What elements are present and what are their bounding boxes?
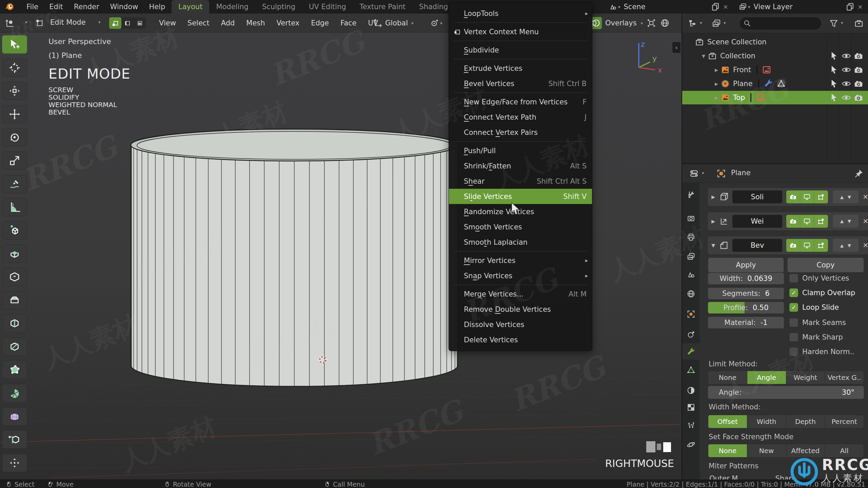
checkbox-checked-icon[interactable]: ✓ (789, 303, 798, 312)
face-strength-option-new[interactable]: New (747, 444, 786, 457)
menu-item-slide-vertices[interactable]: Slide VerticesShift V (449, 189, 592, 204)
edge-select-mode[interactable] (121, 17, 134, 29)
realtime-toggle-icon[interactable] (800, 215, 814, 228)
face-select-mode[interactable] (134, 17, 146, 29)
menu-item-extrude-vertices[interactable]: Extrude Vertices (449, 61, 592, 76)
checkbox-checked-icon[interactable]: ✓ (789, 288, 798, 297)
new-collection-icon[interactable] (854, 18, 864, 28)
tool-edge-slide[interactable] (2, 430, 27, 449)
field-material[interactable]: Material:-1 (708, 317, 784, 328)
menu-item-looptools[interactable]: LoopTools▸ (449, 6, 592, 21)
modifier-row-bev[interactable]: ▼Bev▲▼✕ (707, 236, 868, 255)
view-layer-name[interactable]: View Layer (754, 3, 842, 11)
workspace-tab-texture-paint[interactable]: Texture Paint (353, 0, 413, 14)
checkbox-unchecked-icon[interactable] (789, 347, 798, 356)
pointer-toggle-icon[interactable] (829, 79, 839, 89)
menu-item-shear[interactable]: ShearShift Ctrl Alt S (449, 174, 592, 189)
tool-extrude-region[interactable] (2, 244, 27, 263)
tool-scale[interactable] (2, 151, 27, 170)
pin-icon[interactable] (854, 168, 864, 179)
modifier-move-buttons[interactable]: ▲▼ (833, 190, 859, 203)
width-method-option-depth[interactable]: Depth (786, 415, 825, 428)
camera-toggle-icon[interactable] (853, 79, 864, 89)
eye-toggle-icon[interactable] (841, 51, 851, 61)
tool-bevel[interactable] (2, 291, 27, 309)
viewport-menu-add[interactable]: Add (215, 19, 241, 27)
camera-toggle-icon[interactable] (853, 51, 864, 61)
apply-button[interactable]: Apply (708, 258, 784, 272)
outliner-row-scene-collection[interactable]: Scene Collection (682, 35, 868, 49)
close-scene-icon[interactable]: ✕ (721, 2, 731, 11)
region-collapse-arrow[interactable]: ‹ (672, 42, 680, 53)
viewport-menu-edge[interactable]: Edge (305, 19, 335, 27)
tool-measure[interactable] (2, 198, 27, 216)
limit-method-option-none[interactable]: None (708, 371, 747, 384)
menu-item-dissolve-vertices[interactable]: Dissolve Vertices (449, 317, 592, 332)
outliner-row-top[interactable]: ▶Top (682, 91, 868, 104)
modifier-delete-icon[interactable]: ✕ (863, 217, 868, 225)
overlays-dropdown[interactable]: Overlays (605, 19, 637, 27)
tool-rotate[interactable] (2, 128, 27, 146)
breadcrumb[interactable]: Plane (731, 169, 751, 177)
tool-smooth[interactable] (2, 407, 27, 426)
disclosure-closed-icon[interactable]: ▶ (713, 81, 720, 86)
limit-method-option-weight[interactable]: Weight (786, 371, 825, 384)
properties-tab-view-layer[interactable] (682, 248, 700, 265)
pointer-toggle-icon[interactable] (829, 65, 839, 75)
tool-spin[interactable] (2, 384, 27, 402)
tool-inset-faces[interactable] (2, 268, 27, 286)
shading-globe-icon[interactable] (660, 18, 670, 28)
modifier-row-wei[interactable]: ▶Wei▲▼✕ (707, 212, 868, 231)
editor-type-icon[interactable] (5, 18, 15, 28)
disclosure-closed-icon[interactable]: ▶ (713, 95, 720, 100)
properties-tab-scene[interactable] (682, 266, 700, 283)
menu-item-smooth-vertices[interactable]: Smooth Vertices (449, 219, 592, 235)
properties-tab-world[interactable] (682, 286, 700, 302)
menu-item-snap-vertices[interactable]: Snap Vertices▸ (449, 268, 592, 283)
viewport-menu-face[interactable]: Face (335, 19, 362, 27)
miter-option[interactable]: Outer M (709, 474, 738, 480)
menu-item-shrink-fatten[interactable]: Shrink/FattenAlt S (449, 158, 592, 174)
tool-knife[interactable] (2, 338, 27, 356)
limit-method-option-vertexg[interactable]: Vertex G.. (825, 371, 864, 384)
camera-toggle-icon[interactable] (853, 65, 864, 75)
disclosure-open-icon[interactable]: ▼ (700, 54, 707, 59)
menu-render[interactable]: Render (68, 3, 105, 11)
face-strength-option-none[interactable]: None (708, 444, 747, 457)
properties-tab-physics[interactable] (682, 436, 700, 453)
editmode-toggle-icon[interactable] (814, 215, 828, 228)
workspace-tab-sculpting[interactable]: Sculpting (255, 0, 302, 14)
checkbox-unchecked-icon[interactable] (789, 318, 798, 327)
checkbox-unchecked-icon[interactable] (789, 333, 798, 342)
pivot-point-dropdown[interactable]: ▾ (429, 14, 442, 33)
workspace-tab-modeling[interactable]: Modeling (209, 0, 255, 14)
field-segments[interactable]: Segments:6 (708, 288, 784, 299)
tool-transform[interactable] (2, 82, 27, 100)
copy-button[interactable]: Copy (787, 258, 864, 272)
menu-item-connect-vertex-path[interactable]: Connect Vertex PathJ (449, 109, 592, 125)
viewport-menu-view[interactable]: View (153, 19, 182, 27)
properties-tab-material[interactable] (682, 382, 700, 399)
menu-item-mirror-vertices[interactable]: Mirror Vertices▸ (449, 253, 592, 268)
tool-shrink-fatten[interactable] (2, 454, 27, 472)
blender-logo-icon[interactable] (4, 2, 14, 12)
outliner-filter-type-icon[interactable] (711, 18, 722, 28)
scene-name[interactable]: Scene (624, 3, 707, 11)
workspace-tab-uv-editing[interactable]: UV Editing (302, 0, 353, 14)
properties-tab-constraints[interactable] (682, 326, 700, 343)
properties-tab-data[interactable] (682, 362, 700, 378)
width-method-option-percent[interactable]: Percent (825, 415, 864, 428)
modifier-move-buttons[interactable]: ▲▼ (833, 239, 859, 252)
modifier-name-field[interactable]: Bev (732, 239, 782, 252)
menu-edit[interactable]: Edit (44, 3, 68, 11)
tool-annotate[interactable] (2, 175, 27, 193)
viewport-menu-mesh[interactable]: Mesh (240, 19, 271, 27)
menu-item-connect-vertex-pairs[interactable]: Connect Vertex Pairs (449, 125, 592, 140)
pointer-toggle-icon[interactable] (829, 51, 839, 61)
modifier-row-soli[interactable]: ▶Soli▲▼✕ (707, 187, 868, 206)
menu-window[interactable]: Window (105, 3, 144, 11)
modifier-expand-icon[interactable]: ▼ (708, 243, 719, 248)
properties-tab-texture[interactable] (682, 399, 700, 415)
checkbox-only-vertices[interactable]: Only Vertices (789, 274, 849, 283)
modifier-delete-icon[interactable]: ✕ (863, 241, 868, 249)
